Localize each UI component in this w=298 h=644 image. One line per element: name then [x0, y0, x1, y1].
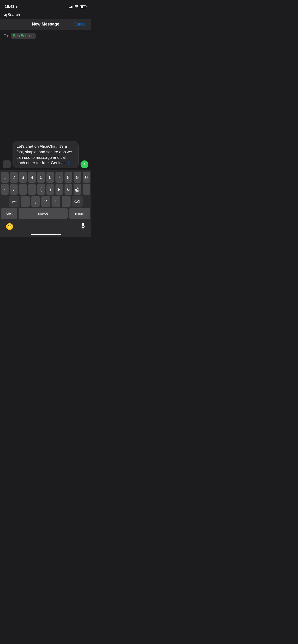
battery-icon — [80, 5, 87, 8]
recipient-chip[interactable]: Bob Bobson — [11, 33, 36, 39]
key-abc[interactable]: ABC — [1, 208, 17, 219]
key-exclamation[interactable]: ! — [52, 196, 60, 207]
bottom-keyboard-row: ABC space return — [0, 207, 91, 220]
text-cursor — [68, 161, 69, 165]
wifi-icon — [75, 5, 79, 9]
signal-bar-2 — [70, 7, 71, 8]
message-text: Let's chat on AliceChat! It's a fast, si… — [17, 144, 72, 165]
key-quote[interactable]: " — [83, 184, 90, 195]
cancel-button[interactable]: Cancel — [70, 22, 87, 27]
expand-icon: › — [6, 162, 8, 166]
message-input[interactable]: Let's chat on AliceChat! It's a fast, si… — [13, 141, 79, 168]
key-4[interactable]: 4 — [28, 172, 36, 183]
signal-bar-1 — [69, 8, 70, 8]
key-slash[interactable]: / — [10, 184, 18, 195]
key-apostrophe[interactable]: ' — [62, 196, 71, 207]
key-question[interactable]: ? — [41, 196, 50, 207]
key-colon[interactable]: : — [19, 184, 27, 195]
location-icon: ➤ — [16, 5, 18, 8]
key-2[interactable]: 2 — [10, 172, 18, 183]
key-7[interactable]: 7 — [56, 172, 63, 183]
send-button[interactable]: ↑ — [81, 160, 88, 168]
expand-button[interactable]: › — [3, 160, 11, 168]
send-icon: ↑ — [84, 162, 85, 166]
key-dash[interactable]: - — [1, 184, 9, 195]
home-indicator — [31, 234, 61, 235]
keyboard[interactable]: 1 2 3 4 5 6 7 8 9 0 - / : ; ( ) £ & @ " … — [0, 170, 91, 237]
back-button[interactable]: ◀ Search — [0, 12, 91, 19]
key-open-paren[interactable]: ( — [37, 184, 45, 195]
status-bar: 16:43 ➤ — [0, 0, 91, 12]
mic-button[interactable] — [80, 222, 86, 230]
key-5[interactable]: 5 — [37, 172, 45, 183]
status-right — [69, 5, 87, 9]
key-6[interactable]: 6 — [47, 172, 54, 183]
nav-title: New Message — [32, 22, 59, 27]
key-semicolon[interactable]: ; — [28, 184, 36, 195]
signal-bar-4 — [72, 6, 73, 8]
input-row: › Let's chat on AliceChat! It's a fast, … — [0, 139, 91, 170]
key-at[interactable]: @ — [74, 184, 81, 195]
key-special-symbols[interactable]: #+= — [9, 196, 20, 207]
nav-bar: New Message Cancel — [0, 19, 91, 30]
svg-rect-0 — [82, 223, 84, 226]
message-area[interactable] — [0, 42, 91, 139]
key-8[interactable]: 8 — [65, 172, 72, 183]
key-pound[interactable]: £ — [56, 184, 63, 195]
key-close-paren[interactable]: ) — [47, 184, 54, 195]
key-ampersand[interactable]: & — [65, 184, 72, 195]
emoji-button[interactable]: 😊 — [6, 223, 14, 230]
status-left: 16:43 ➤ — [5, 4, 18, 9]
key-3[interactable]: 3 — [19, 172, 27, 183]
key-9[interactable]: 9 — [74, 172, 81, 183]
key-period[interactable]: . — [21, 196, 30, 207]
back-label: Search — [8, 12, 20, 17]
punctuation-row: #+= . , ? ! ' ⌫ — [0, 195, 91, 207]
key-1[interactable]: 1 — [1, 172, 9, 183]
key-return[interactable]: return — [69, 208, 90, 219]
key-space[interactable]: space — [19, 208, 68, 219]
key-delete[interactable]: ⌫ — [72, 196, 83, 207]
signal-bar-3 — [71, 6, 72, 8]
numbers-row: 1 2 3 4 5 6 7 8 9 0 — [0, 170, 91, 183]
key-0[interactable]: 0 — [83, 172, 90, 183]
symbols-row: - / : ; ( ) £ & @ " — [0, 183, 91, 195]
status-time: 16:43 — [5, 4, 15, 9]
back-chevron-icon: ◀ — [4, 13, 7, 17]
signal-bars — [69, 5, 73, 8]
key-comma[interactable]: , — [31, 196, 40, 207]
to-field: To: Bob Bobson — [0, 30, 91, 42]
to-label: To: — [4, 34, 9, 38]
